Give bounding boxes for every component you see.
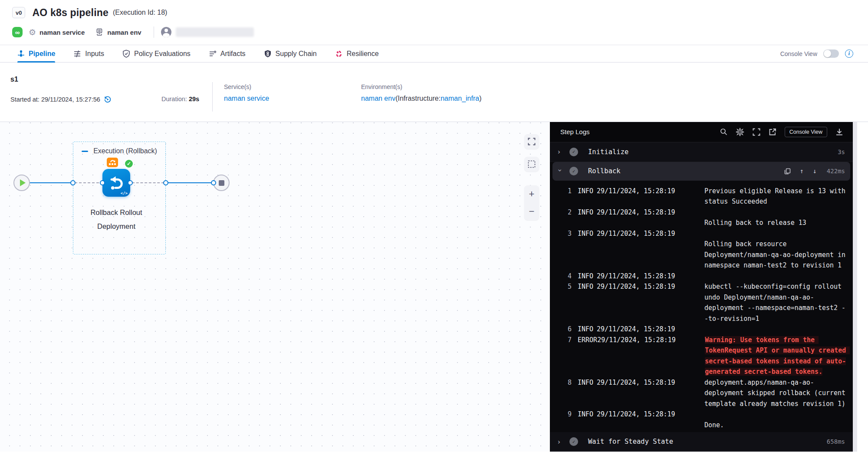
step-duration: 658ms [827, 438, 845, 445]
step-row-rollback[interactable]: › ✓ Rollback ↑ ↓ 422ms [552, 162, 850, 181]
zoom-in-button[interactable]: + [529, 189, 535, 199]
log-line-error: 7ERROR29/11/2024, 15:28:19Warning: Use t… [566, 335, 848, 377]
services-label: Service(s) [224, 83, 269, 90]
collapse-icon[interactable] [82, 151, 88, 152]
chevron-down-icon[interactable]: › [556, 168, 564, 174]
chevron-right-icon[interactable]: › [557, 438, 563, 446]
log-timestamp: 29/11/2024, 15:28:19 [597, 186, 679, 207]
step-label-line2: Deployment [73, 219, 160, 233]
chevron-right-icon[interactable]: › [557, 148, 563, 156]
log-level: ERROR [578, 335, 597, 377]
log-timestamp: 29/11/2024, 15:28:19 [597, 335, 680, 377]
step-success-icon: ✓ [569, 437, 578, 446]
execution-group-box[interactable]: Execution (Rollback) [73, 142, 166, 254]
log-message: deployment.apps/naman-qa-ao-deployment s… [704, 377, 848, 409]
step-duration: 422ms [827, 168, 845, 175]
log-message: kubectl --kubeconfig=config rollout undo… [704, 281, 848, 324]
version-badge: v0 [12, 7, 25, 18]
pipeline-start-node[interactable] [13, 175, 30, 191]
tab-label: Pipeline [29, 50, 55, 58]
scroll-up-icon[interactable]: ↑ [800, 167, 804, 175]
tab-bar: Pipeline Inputs Policy Evaluations Artif… [0, 45, 868, 63]
tab-supply-chain[interactable]: Supply Chain [264, 45, 317, 62]
environment-name[interactable]: naman env [107, 29, 141, 36]
scrollbar[interactable] [853, 122, 857, 452]
open-in-new-icon[interactable] [769, 128, 776, 136]
tab-policy-evaluations[interactable]: Policy Evaluations [122, 45, 191, 62]
scroll-down-icon[interactable]: ↓ [813, 167, 817, 175]
log-timestamp: 29/11/2024, 15:28:19 [597, 281, 679, 324]
log-settings-gear-icon[interactable] [736, 128, 744, 136]
log-timestamp: 29/11/2024, 15:28:19 [597, 324, 679, 335]
pipeline-execution-page: v0 AO k8s pipeline (Execution Id: 18) ∞ … [0, 0, 868, 452]
log-message [704, 324, 848, 335]
log-line-number: 7 [566, 335, 572, 377]
stage-summary-bar: s1 Started at: 29/11/2024, 15:27:56 Dura… [0, 63, 868, 122]
rollback-step-node[interactable]: </> [102, 169, 130, 197]
rollout-deployment-badge-icon [107, 158, 118, 167]
shield-check-icon [122, 49, 130, 58]
tab-resilience[interactable]: Resilience [335, 45, 379, 62]
history-icon[interactable] [104, 96, 112, 103]
console-view-button[interactable]: Console View [785, 127, 827, 137]
log-timestamp: 29/11/2024, 15:28:19 [597, 409, 679, 430]
step-row-wait-for-steady-state[interactable]: › ✓ Wait for Steady State 658ms [550, 432, 853, 452]
environment-link[interactable]: naman env [361, 95, 395, 102]
log-line: 6INFO29/11/2024, 15:28:19 [566, 324, 848, 335]
artifacts-icon [209, 50, 217, 58]
panel-title: Step Logs [560, 128, 590, 135]
tab-pipeline[interactable]: Pipeline [17, 45, 55, 62]
tab-artifacts[interactable]: Artifacts [209, 45, 246, 62]
log-level: INFO [578, 228, 597, 271]
connector-dot [100, 180, 105, 185]
tab-label: Policy Evaluations [134, 50, 191, 58]
right-gutter [853, 122, 868, 452]
code-glyph: </> [121, 191, 128, 195]
log-level: INFO [578, 207, 597, 228]
page-header: v0 AO k8s pipeline (Execution Id: 18) ∞ … [0, 0, 868, 45]
copy-icon[interactable] [784, 168, 791, 175]
service-link[interactable]: naman service [224, 95, 269, 102]
fit-to-screen-button[interactable] [524, 134, 539, 149]
expand-fullscreen-icon[interactable] [753, 128, 760, 136]
pipeline-canvas[interactable]: Execution (Rollback) </> [0, 122, 550, 452]
log-level: INFO [578, 409, 597, 430]
inputs-icon [73, 50, 81, 58]
tab-inputs[interactable]: Inputs [73, 45, 104, 62]
infrastructure-suffix: ) [479, 95, 481, 102]
play-icon [20, 179, 26, 186]
meta-row: ∞ ⚙ naman service naman env [12, 26, 868, 38]
log-timestamp: 29/11/2024, 15:28:19 [597, 228, 679, 271]
started-at-text: Started at: 29/11/2024, 15:27:56 [10, 96, 100, 103]
workspace: Execution (Rollback) </> [0, 122, 868, 452]
log-output[interactable]: 1INFO29/11/2024, 15:28:19Previous eligib… [550, 181, 853, 432]
log-line-number: 2 [566, 207, 572, 228]
group-label-text: Execution (Rollback) [93, 147, 157, 155]
services-column: Service(s) naman service [224, 83, 269, 102]
console-view-toggle[interactable] [823, 49, 839, 58]
connector-dot [70, 180, 76, 185]
title-row: v0 AO k8s pipeline (Execution Id: 18) [12, 5, 868, 20]
download-icon[interactable] [835, 128, 843, 136]
log-line: 5INFO29/11/2024, 15:28:19kubectl --kubec… [566, 281, 848, 324]
log-line-number: 8 [566, 377, 572, 409]
service-name[interactable]: naman service [39, 29, 85, 36]
info-icon[interactable]: i [845, 49, 853, 58]
rollback-arrow-icon [107, 173, 126, 192]
infrastructure-link[interactable]: naman_infra [441, 95, 479, 102]
step-name: Rollback [588, 167, 621, 175]
log-message: Previous eligible Release is 13 with sta… [704, 186, 848, 207]
step-row-initialize[interactable]: › ✓ Initialize 3s [550, 142, 853, 162]
cd-pipeline-icon: ∞ [12, 27, 23, 37]
tab-label: Supply Chain [276, 50, 317, 58]
edge-group-to-end [168, 182, 214, 183]
divider [212, 82, 213, 112]
step-success-icon: ✓ [569, 167, 578, 175]
log-line: 3INFO29/11/2024, 15:28:19 Rolling back r… [566, 228, 848, 271]
log-line-number: 4 [566, 271, 572, 282]
log-message: Done. [704, 409, 848, 430]
tab-bar-right: Console View i [780, 45, 868, 62]
zoom-out-button[interactable]: − [529, 207, 535, 216]
marquee-select-button[interactable] [524, 157, 539, 172]
search-icon[interactable] [720, 128, 727, 135]
